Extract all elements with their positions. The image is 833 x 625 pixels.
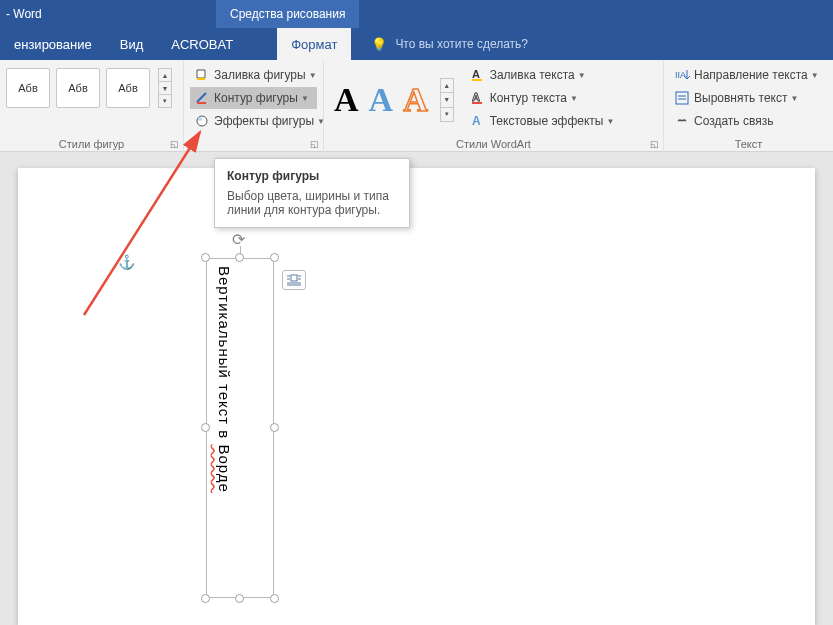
wordart-thumb[interactable]: A [403, 81, 428, 119]
text-effects-icon: A [470, 113, 486, 129]
effects-icon [194, 113, 210, 129]
shape-style-thumb[interactable]: Абв [56, 68, 100, 108]
gallery-more-icon[interactable]: ▾ [441, 108, 453, 121]
bulb-icon: 💡 [371, 37, 387, 52]
svg-rect-5 [472, 79, 482, 81]
resize-handle[interactable] [270, 253, 279, 262]
gallery-up-icon[interactable]: ▲ [441, 79, 453, 93]
group-label: Стили фигур [59, 138, 124, 150]
layout-options-button[interactable] [282, 270, 306, 290]
svg-text:A: A [472, 114, 481, 128]
fill-icon [194, 67, 210, 83]
resize-handle[interactable] [201, 423, 210, 432]
svg-point-2 [197, 116, 207, 126]
svg-text:IIA: IIA [675, 70, 686, 80]
tooltip-title: Контур фигуры [227, 169, 397, 183]
group-shape-styles: Абв Абв Абв ▲ ▼ ▾ Стили фигур ◱ [0, 60, 184, 152]
gallery-scroll: ▲ ▼ ▾ [440, 78, 454, 122]
svg-rect-7 [472, 102, 482, 104]
resize-handle[interactable] [235, 594, 244, 603]
group-text: IIA Направление текста▼ Выровнять текст▼… [664, 60, 833, 152]
resize-handle[interactable] [201, 253, 210, 262]
tab-acrobat[interactable]: ACROBAT [157, 28, 247, 60]
app-title: - Word [0, 7, 42, 21]
text-effects-button[interactable]: A Текстовые эффекты▼ [466, 110, 619, 132]
document-background: ⚓ ⟳ Вертикальный текст в Ворде [0, 168, 833, 625]
create-link-button[interactable]: Создать связь [670, 110, 827, 132]
gallery-up-icon[interactable]: ▲ [159, 69, 171, 82]
ribbon-tabs: ензирование Вид ACROBAT Формат 💡 Что вы … [0, 28, 833, 60]
title-bar: - Word Средства рисования [0, 0, 833, 28]
selected-textbox[interactable]: ⟳ Вертикальный текст в Ворде [206, 258, 274, 598]
shape-style-thumb[interactable]: Абв [106, 68, 150, 108]
rotate-handle-icon[interactable]: ⟳ [232, 230, 248, 246]
outline-icon [194, 90, 210, 106]
textbox-content[interactable]: Вертикальный текст в Ворде [216, 266, 233, 493]
anchor-icon: ⚓ [118, 254, 135, 270]
group-label: Текст [735, 138, 763, 150]
dialog-launcher-icon[interactable]: ◱ [168, 138, 180, 150]
text-fill-button[interactable]: A Заливка текста▼ [466, 64, 619, 86]
resize-handle[interactable] [270, 423, 279, 432]
tab-view[interactable]: Вид [106, 28, 158, 60]
resize-handle[interactable] [201, 594, 210, 603]
tooltip-body: Выбор цвета, ширины и типа линии для кон… [227, 189, 397, 217]
shape-fill-button[interactable]: Заливка фигуры▼ [190, 64, 317, 86]
dialog-launcher-icon[interactable]: ◱ [648, 138, 660, 150]
spacer [0, 152, 833, 168]
dialog-launcher-icon[interactable]: ◱ [308, 138, 320, 150]
gallery-more-icon[interactable]: ▾ [159, 95, 171, 107]
svg-text:A: A [472, 91, 480, 103]
group-wordart-styles: A A A ▲ ▼ ▾ A Заливка текста▼ [324, 60, 664, 152]
align-text-icon [674, 90, 690, 106]
wordart-thumb[interactable]: A [369, 81, 394, 119]
svg-rect-1 [197, 102, 206, 104]
wordart-thumb[interactable]: A [334, 81, 359, 119]
resize-handle[interactable] [235, 253, 244, 262]
contextual-tab-drawing-tools[interactable]: Средства рисования [216, 0, 359, 28]
svg-rect-13 [291, 275, 297, 281]
svg-point-3 [198, 117, 202, 121]
ribbon: Абв Абв Абв ▲ ▼ ▾ Стили фигур ◱ Заливка … [0, 60, 833, 152]
align-text-button[interactable]: Выровнять текст▼ [670, 87, 827, 109]
svg-text:A: A [472, 68, 480, 80]
gallery-scroll: ▲ ▼ ▾ [158, 68, 172, 108]
text-outline-icon: A [470, 90, 486, 106]
shape-outline-button[interactable]: Контур фигуры▼ [190, 87, 317, 109]
text-direction-icon: IIA [674, 67, 690, 83]
shape-style-thumb[interactable]: Абв [6, 68, 50, 108]
shape-effects-button[interactable]: Эффекты фигуры▼ [190, 110, 317, 132]
resize-handle[interactable] [270, 594, 279, 603]
gallery-down-icon[interactable]: ▼ [159, 82, 171, 95]
text-direction-button[interactable]: IIA Направление текста▼ [670, 64, 827, 86]
text-fill-icon: A [470, 67, 486, 83]
group-shape-options: Заливка фигуры▼ Контур фигуры▼ Эффекты ф… [184, 60, 324, 152]
tell-me-placeholder: Что вы хотите сделать? [395, 37, 528, 51]
gallery-down-icon[interactable]: ▼ [441, 93, 453, 107]
group-label: Стили WordArt [456, 138, 531, 150]
svg-rect-0 [197, 78, 205, 80]
text-outline-button[interactable]: A Контур текста▼ [466, 87, 619, 109]
tell-me-search[interactable]: 💡 Что вы хотите сделать? [371, 37, 528, 52]
tooltip-shape-outline: Контур фигуры Выбор цвета, ширины и типа… [214, 158, 410, 228]
link-icon [674, 113, 690, 129]
tab-review[interactable]: ензирование [0, 28, 106, 60]
layout-options-icon [286, 274, 302, 286]
page[interactable]: ⚓ ⟳ Вертикальный текст в Ворде [18, 168, 815, 625]
svg-rect-10 [676, 92, 688, 104]
tab-format[interactable]: Формат [277, 28, 351, 60]
